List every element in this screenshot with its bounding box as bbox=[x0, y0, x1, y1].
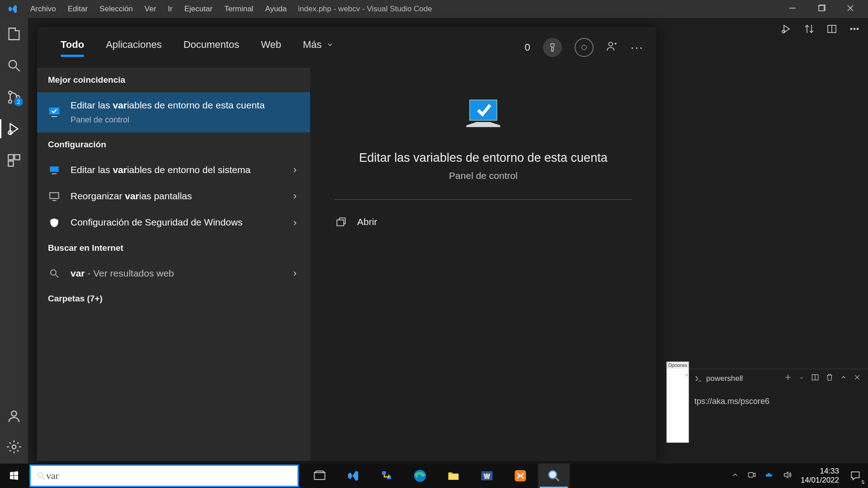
minimize-button[interactable] bbox=[788, 4, 797, 14]
section-internet: Buscar en Internet bbox=[37, 236, 310, 260]
taskbar-word[interactable]: W bbox=[471, 464, 503, 488]
monitor-check-large-icon bbox=[458, 95, 508, 136]
menu-ayuda[interactable]: Ayuda bbox=[259, 5, 292, 14]
menu-archivo[interactable]: Archivo bbox=[24, 5, 62, 14]
svg-point-2 bbox=[9, 91, 12, 94]
svg-rect-31 bbox=[448, 474, 459, 480]
tray-clock[interactable]: 14:33 14/01/2022 bbox=[801, 467, 839, 485]
menu-seleccion[interactable]: Selección bbox=[94, 5, 139, 14]
menu-terminal[interactable]: Terminal bbox=[218, 5, 259, 14]
section-configuracion: Configuración bbox=[37, 132, 310, 157]
tray-onedrive-icon[interactable] bbox=[764, 470, 774, 482]
taskbar-app-2[interactable] bbox=[371, 464, 402, 488]
settings-gear-icon[interactable] bbox=[6, 439, 22, 455]
result-text: Editar las variables de entorno del sist… bbox=[71, 164, 250, 175]
svg-point-9 bbox=[11, 411, 16, 416]
vscode-logo-icon bbox=[7, 4, 18, 14]
detail-title: Editar las variables de entorno de esta … bbox=[359, 151, 607, 165]
svg-rect-23 bbox=[470, 100, 497, 120]
diff-icon[interactable] bbox=[804, 23, 815, 36]
start-button[interactable] bbox=[0, 464, 28, 488]
chevron-right-icon: › bbox=[290, 190, 300, 202]
rewards-score: 0 bbox=[524, 42, 530, 53]
divider bbox=[335, 199, 632, 200]
terminal-name: powershell bbox=[706, 374, 743, 383]
explorer-icon[interactable] bbox=[6, 26, 22, 42]
terminal-close-icon[interactable] bbox=[854, 374, 861, 383]
activity-bar: 2 bbox=[0, 18, 28, 464]
windows-search-panel: Todo Aplicaciones Documentos Web Más 0 ·… bbox=[37, 27, 656, 461]
search-input[interactable] bbox=[46, 470, 292, 482]
open-label: Abrir bbox=[357, 216, 377, 227]
tab-todo[interactable]: Todo bbox=[50, 35, 95, 60]
menu-ir[interactable]: Ir bbox=[162, 5, 178, 14]
detail-subtitle: Panel de control bbox=[449, 170, 518, 181]
rewards-badge-icon[interactable] bbox=[543, 38, 562, 57]
result-text: Editar las variables de entorno de esta … bbox=[71, 100, 265, 110]
terminal-tab[interactable]: powershell bbox=[694, 374, 743, 383]
extensions-icon[interactable] bbox=[6, 153, 22, 168]
cortana-circle-icon[interactable] bbox=[575, 38, 594, 57]
svg-point-13 bbox=[850, 28, 852, 29]
close-button[interactable] bbox=[846, 4, 854, 14]
terminal-trash-icon[interactable] bbox=[826, 373, 834, 384]
tab-mas[interactable]: Más bbox=[292, 35, 344, 60]
terminal-new-icon[interactable] bbox=[784, 373, 792, 384]
result-displays[interactable]: Reorganizar varias pantallas › bbox=[37, 183, 310, 209]
run-debug-icon[interactable] bbox=[6, 121, 22, 136]
split-editor-icon[interactable] bbox=[826, 23, 837, 36]
svg-point-22 bbox=[51, 270, 56, 275]
vscode-titlebar: Archivo Editar Selección Ver Ir Ejecutar… bbox=[0, 0, 868, 18]
tray-chevron-icon[interactable] bbox=[731, 471, 739, 481]
tray-meet-icon[interactable] bbox=[747, 470, 756, 481]
terminal-output[interactable]: tps://aka.ms/pscore6 bbox=[687, 388, 868, 406]
open-action[interactable]: Abrir bbox=[335, 216, 377, 228]
taskbar-vscode[interactable] bbox=[337, 464, 369, 488]
result-env-system[interactable]: Editar las variables de entorno del sist… bbox=[37, 157, 310, 183]
monitor-check-icon bbox=[47, 105, 61, 119]
taskbar-search-box[interactable] bbox=[29, 465, 299, 487]
taskbar: W 14:33 14/01/2022 5 bbox=[0, 464, 868, 488]
menu-editar[interactable]: Editar bbox=[62, 5, 94, 14]
monitor-icon bbox=[47, 164, 61, 176]
result-text: Reorganizar varias pantallas bbox=[71, 191, 192, 201]
more-icon[interactable] bbox=[849, 23, 860, 36]
tray-volume-icon[interactable] bbox=[783, 470, 793, 482]
terminal-split-icon[interactable] bbox=[811, 373, 819, 384]
terminal-up-icon[interactable] bbox=[840, 374, 847, 383]
taskbar-edge[interactable] bbox=[404, 464, 436, 488]
action-center-button[interactable]: 5 bbox=[847, 468, 863, 484]
result-best-match[interactable]: Editar las variables de entorno de esta … bbox=[37, 92, 310, 132]
taskbar-explorer[interactable] bbox=[438, 464, 469, 488]
task-view-button[interactable] bbox=[304, 464, 335, 488]
result-web-search[interactable]: var - Ver resultados web › bbox=[37, 260, 310, 286]
svg-rect-25 bbox=[337, 220, 344, 226]
search-more-icon[interactable]: ··· bbox=[631, 40, 644, 55]
result-security[interactable]: Configuración de Seguridad de Windows › bbox=[37, 209, 310, 235]
feedback-icon[interactable] bbox=[606, 40, 618, 55]
chevron-right-icon: › bbox=[290, 164, 300, 176]
run-icon[interactable] bbox=[781, 23, 792, 36]
result-subtitle: Panel de control bbox=[71, 114, 300, 126]
section-folders: Carpetas (7+) bbox=[37, 286, 310, 311]
tab-mas-label: Más bbox=[303, 39, 322, 51]
maximize-button[interactable] bbox=[817, 4, 826, 14]
account-icon[interactable] bbox=[6, 408, 22, 424]
search-icon[interactable] bbox=[6, 58, 22, 73]
svg-rect-20 bbox=[50, 166, 59, 172]
terminal-chevron-icon[interactable] bbox=[798, 374, 805, 383]
menu-ver[interactable]: Ver bbox=[139, 5, 162, 14]
tab-aplicaciones[interactable]: Aplicaciones bbox=[95, 35, 173, 60]
svg-point-10 bbox=[12, 445, 16, 449]
search-scope-tabs: Todo Aplicaciones Documentos Web Más 0 ·… bbox=[37, 27, 656, 68]
tab-documentos[interactable]: Documentos bbox=[173, 35, 250, 60]
taskbar-search-app[interactable] bbox=[538, 464, 570, 488]
taskbar-xampp[interactable] bbox=[505, 464, 536, 488]
tab-web[interactable]: Web bbox=[250, 35, 292, 60]
source-control-icon[interactable]: 2 bbox=[6, 89, 22, 105]
svg-point-3 bbox=[9, 100, 12, 103]
clock-date: 14/01/2022 bbox=[801, 476, 839, 485]
menu-ejecutar[interactable]: Ejecutar bbox=[179, 5, 218, 14]
svg-rect-19 bbox=[49, 108, 60, 114]
chevron-down-icon bbox=[326, 41, 334, 48]
